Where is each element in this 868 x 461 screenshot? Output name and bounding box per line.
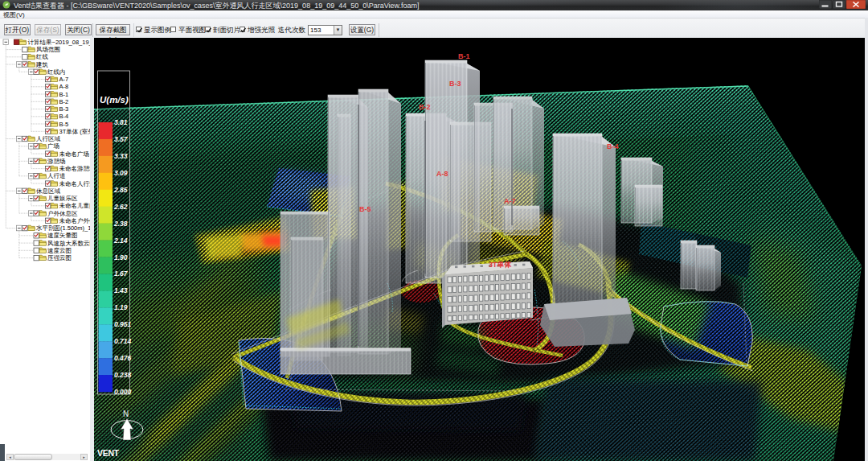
svg-text:1.19: 1.19 (114, 303, 128, 311)
svg-text:U(m/s): U(m/s) (100, 95, 129, 105)
svg-text:未命名游憩场: 未命名游憩场 (59, 165, 91, 172)
svg-text:B-5: B-5 (359, 205, 371, 213)
svg-text:人行道: 人行道 (47, 172, 66, 179)
svg-text:0.714: 0.714 (114, 337, 132, 345)
svg-text:未命名人行道: 未命名人行道 (59, 180, 91, 187)
svg-text:休息区域: 休息区域 (36, 187, 61, 195)
svg-text:未命名户外休: 未命名户外休 (59, 217, 91, 224)
svg-text:B-5: B-5 (59, 121, 69, 128)
svg-text:3.33: 3.33 (114, 152, 128, 160)
svg-text:风场范围: 风场范围 (36, 46, 60, 53)
svg-text:1.43: 1.43 (114, 286, 128, 294)
svg-text:户外休息区: 户外休息区 (47, 210, 78, 217)
svg-text:3.57: 3.57 (114, 135, 129, 143)
svg-text:速度云图: 速度云图 (47, 247, 72, 254)
svg-text:1.67: 1.67 (114, 270, 129, 278)
svg-text:计算结果~2019_08_19_09_44: 计算结果~2019_08_19_09_44 (28, 39, 91, 46)
svg-text:B-4: B-4 (59, 113, 69, 120)
svg-text:B-1: B-1 (458, 52, 470, 60)
svg-text:B-3: B-3 (59, 105, 69, 113)
svg-text:0.951: 0.951 (114, 320, 132, 328)
svg-text:人行区域: 人行区域 (36, 135, 61, 142)
svg-text:0.238: 0.238 (114, 371, 132, 379)
svg-text:B-4: B-4 (607, 142, 619, 150)
svg-text:3T单体: 3T单体 (489, 261, 512, 269)
svg-text:2.38: 2.38 (113, 220, 128, 228)
svg-text:B-1: B-1 (59, 91, 69, 98)
svg-text:2.14: 2.14 (113, 237, 128, 245)
svg-text:游憩场: 游憩场 (47, 158, 66, 165)
svg-text:2.62: 2.62 (113, 203, 128, 211)
svg-text:A-8: A-8 (59, 83, 69, 90)
svg-text:2.85: 2.85 (113, 186, 128, 194)
svg-text:速度矢量图: 速度矢量图 (47, 232, 78, 239)
svg-text:A-7: A-7 (504, 197, 516, 205)
svg-text:广场: 广场 (47, 142, 59, 150)
svg-text:建筑: 建筑 (35, 61, 48, 68)
svg-text:B-3: B-3 (449, 80, 461, 88)
svg-text:3.81: 3.81 (114, 118, 128, 126)
svg-text:N: N (123, 410, 129, 418)
svg-text:VENT: VENT (97, 448, 120, 458)
svg-text:A-8: A-8 (436, 170, 448, 178)
svg-text:1.90: 1.90 (114, 253, 128, 261)
svg-text:儿童娱乐区: 儿童娱乐区 (47, 195, 78, 202)
svg-text:0.476: 0.476 (114, 354, 132, 362)
svg-text:B-2: B-2 (419, 103, 431, 111)
svg-text:0.000: 0.000 (114, 388, 132, 396)
svg-text:3T单体 (室外通: 3T单体 (室外通 (59, 128, 91, 135)
svg-text:红线内: 红线内 (47, 68, 66, 76)
svg-text:压强云图: 压强云图 (47, 254, 72, 261)
svg-text:红线: 红线 (35, 53, 49, 60)
svg-text:A-7: A-7 (59, 76, 69, 83)
svg-text:水平剖面(1.500m)_1: 水平剖面(1.500m)_1 (35, 224, 90, 232)
svg-text:未命名广场: 未命名广场 (59, 150, 90, 158)
svg-text:未命名儿童娱: 未命名儿童娱 (59, 202, 91, 209)
svg-text:3.09: 3.09 (114, 169, 128, 177)
svg-text:B-2: B-2 (59, 98, 69, 105)
svg-text:风速放大系数云图: 风速放大系数云图 (47, 240, 90, 247)
